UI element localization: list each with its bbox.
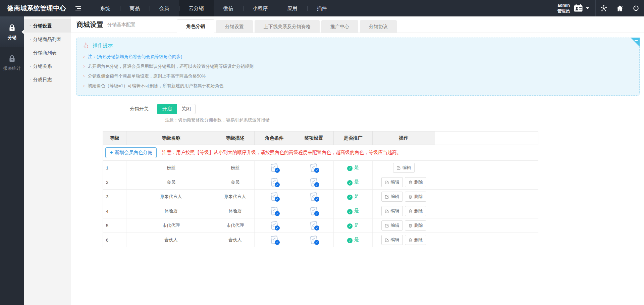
- empty-cell: [435, 218, 538, 233]
- top-nav-item[interactable]: 系统: [91, 0, 120, 16]
- tips-list: ›注：(角色分销新增角色将会与会员等级角色同步) ›若开启角色分销，普通会员启用…: [82, 52, 634, 91]
- secondary-sidebar: ·分销设置 ·分销商品列表 ·分销商列表 ·分销关系 ·分成日志: [24, 16, 71, 305]
- level-cell: 6: [103, 233, 126, 247]
- switch-on-button[interactable]: 开启: [157, 104, 177, 114]
- reward-setting-icon[interactable]: ✓: [310, 236, 318, 244]
- table-header-cell: 等级名称: [126, 132, 216, 145]
- app-title: 微商城系统管理中心: [0, 0, 71, 16]
- collapse-corner-icon[interactable]: [631, 38, 640, 47]
- tab[interactable]: 分销协议: [360, 20, 397, 33]
- edit-button[interactable]: 编辑: [381, 177, 403, 187]
- reward-setting-cell: ✓: [294, 233, 334, 247]
- role-condition-icon[interactable]: ✓: [270, 207, 278, 215]
- sidebar-menu-item[interactable]: ·分销商品列表: [24, 33, 71, 46]
- sidebar-module-label: 分销: [8, 35, 16, 41]
- edit-button[interactable]: 编辑: [381, 235, 403, 245]
- page-title: 商城设置: [76, 20, 103, 29]
- table-row: 6 合伙人 合伙人 ✓ ✓ ✓是: [103, 233, 538, 247]
- sidebar-menu-item[interactable]: ·分销关系: [24, 59, 71, 73]
- tip-marker-icon: ›: [83, 54, 85, 59]
- tab[interactable]: 角色分销: [177, 19, 214, 33]
- delete-button[interactable]: 删除: [405, 177, 426, 187]
- sidebar-module-item[interactable]: 报表统计: [0, 47, 24, 78]
- trash-icon: [408, 238, 413, 242]
- user-info[interactable]: admin 管理员: [557, 3, 570, 14]
- delete-button[interactable]: 删除: [405, 206, 426, 216]
- lock-icon: [8, 23, 16, 32]
- page-subtitle: 分销基本配置: [107, 22, 136, 28]
- role-condition-icon[interactable]: ✓: [270, 178, 278, 187]
- sidebar-menu-item[interactable]: ·分成日志: [24, 73, 71, 86]
- edit-button[interactable]: 编辑: [393, 163, 415, 173]
- tips-panel: 操作提示 ›注：(角色分销新增角色将会与会员等级角色同步) ›若开启角色分销，普…: [76, 38, 640, 96]
- reward-setting-cell: ✓: [294, 161, 334, 175]
- role-condition-icon[interactable]: ✓: [270, 192, 278, 201]
- add-role-button[interactable]: + 新增会员角色分佣: [105, 147, 157, 158]
- level-desc-cell: 会员: [216, 175, 255, 190]
- level-desc-cell: 形象代言人: [216, 190, 255, 204]
- plus-icon: +: [110, 150, 113, 155]
- level-name-cell: 粉丝: [126, 161, 216, 175]
- reward-setting-icon[interactable]: ✓: [310, 192, 318, 201]
- reward-setting-icon[interactable]: ✓: [310, 221, 318, 230]
- sidebar-module-item[interactable]: 分销: [0, 16, 24, 47]
- bullet-dot: ·: [30, 50, 31, 55]
- tab[interactable]: 推广中心: [321, 20, 358, 33]
- delete-button[interactable]: 删除: [405, 192, 426, 202]
- edit-icon: [385, 180, 389, 185]
- trash-icon: [408, 209, 413, 213]
- level-name-cell: 合伙人: [126, 233, 216, 247]
- active-module-arrow: [21, 30, 24, 34]
- tab[interactable]: 上下线关系及分销资格: [255, 20, 320, 33]
- edit-icon: [385, 238, 389, 242]
- bullet-dot: ·: [30, 23, 31, 29]
- check-badge-icon: ✓: [274, 211, 279, 216]
- edit-button[interactable]: 编辑: [381, 192, 403, 202]
- menu-toggle-icon[interactable]: [71, 0, 85, 16]
- roles-table-wrap: 等级 等级名称 等级描述 角色条件 奖项设置 是否推广 操作: [103, 131, 644, 247]
- sidebar-menu-item[interactable]: ·分销商列表: [24, 46, 71, 59]
- switch-off-button[interactable]: 关闭: [177, 104, 196, 114]
- role-condition-icon[interactable]: ✓: [270, 163, 278, 172]
- sidebar-menu-item[interactable]: ·分销设置: [24, 19, 71, 33]
- network-icon[interactable]: [596, 0, 612, 16]
- tip-marker-icon: ›: [83, 83, 85, 88]
- table-header-cell: [435, 132, 538, 145]
- role-condition-cell: ✓: [255, 218, 294, 233]
- role-condition-icon[interactable]: ✓: [270, 236, 278, 244]
- bullet-dot: ·: [30, 37, 31, 42]
- roles-table: 等级 等级名称 等级描述 角色条件 奖项设置 是否推广 操作: [103, 131, 538, 247]
- table-row: 4 体验店 体验店 ✓ ✓ ✓是: [103, 204, 538, 218]
- reward-setting-icon[interactable]: ✓: [310, 207, 318, 215]
- top-nav-item[interactable]: 微信: [214, 0, 243, 16]
- promote-yes-label: 是: [354, 193, 359, 199]
- top-nav-item[interactable]: 云分销: [179, 0, 214, 16]
- edit-icon: [385, 209, 389, 213]
- power-icon[interactable]: [628, 0, 644, 16]
- id-card-icon[interactable]: [573, 4, 583, 13]
- top-nav-item[interactable]: 应用: [278, 0, 307, 16]
- delete-button[interactable]: 删除: [405, 220, 426, 231]
- tab[interactable]: 分销设置: [216, 20, 253, 33]
- edit-button[interactable]: 编辑: [381, 206, 403, 216]
- home-icon[interactable]: [612, 0, 628, 16]
- role-condition-cell: ✓: [255, 204, 294, 218]
- delete-button[interactable]: 删除: [405, 235, 426, 245]
- level-name-cell: 会员: [126, 175, 216, 190]
- empty-cell: [435, 233, 538, 247]
- edit-button[interactable]: 编辑: [381, 220, 403, 231]
- role-condition-icon[interactable]: ✓: [270, 221, 278, 230]
- table-row: 5 市代代理 市代代理 ✓ ✓ ✓是: [103, 218, 538, 233]
- actions-cell: 编辑 删除: [373, 218, 435, 233]
- top-nav-item[interactable]: 小程序: [243, 0, 278, 16]
- top-nav-item[interactable]: 插件: [307, 0, 337, 16]
- chevron-down-icon[interactable]: [586, 7, 589, 9]
- empty-cell: [435, 204, 538, 218]
- top-nav-item[interactable]: 会员: [150, 0, 179, 16]
- tip-marker-icon: ›: [83, 63, 85, 69]
- top-nav-item[interactable]: 商品: [120, 0, 150, 16]
- reward-setting-icon[interactable]: ✓: [310, 163, 318, 172]
- reward-setting-icon[interactable]: ✓: [310, 178, 318, 187]
- level-name-cell: 形象代言人: [126, 190, 216, 204]
- check-circle-icon: ✓: [347, 209, 353, 214]
